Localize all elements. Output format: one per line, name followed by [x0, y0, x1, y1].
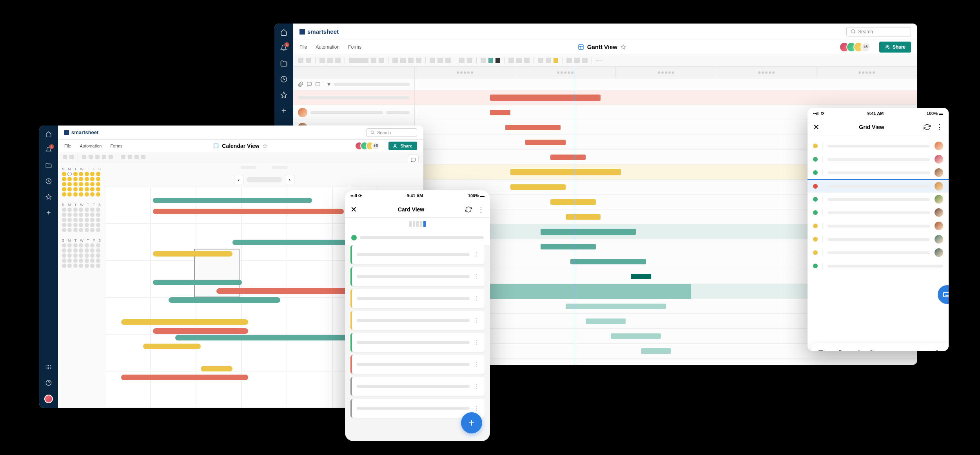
toolbar-item[interactable] [508, 58, 514, 63]
recents-icon[interactable] [280, 75, 288, 83]
calendar-event[interactable] [153, 280, 242, 285]
toolbar-item[interactable] [574, 58, 580, 63]
card-more-icon[interactable]: ⋮ [474, 273, 480, 280]
mini-cal-next[interactable]: SMTWTFS [62, 202, 101, 232]
card-item[interactable]: ⋮ [350, 289, 485, 308]
toolbar-item[interactable] [319, 58, 325, 63]
share-button[interactable]: Share [388, 142, 417, 150]
attachment-icon[interactable] [298, 82, 303, 87]
refresh-icon[interactable] [465, 206, 472, 213]
collaborator-avatars[interactable]: +6 [358, 142, 380, 150]
card-more-icon[interactable]: ⋮ [474, 383, 480, 390]
card-item[interactable]: ⋮ [350, 377, 485, 396]
gantt-bar[interactable] [631, 274, 651, 279]
mini-cal-current[interactable]: SMTWTFS [62, 166, 101, 197]
highlight-swatch[interactable] [554, 58, 558, 63]
toolbar-item[interactable] [582, 58, 588, 63]
folder-icon[interactable] [45, 162, 53, 169]
calendar-event[interactable] [153, 209, 344, 214]
grid-row[interactable] [808, 219, 949, 233]
comments-count[interactable]: 0 [818, 350, 828, 351]
favorites-icon[interactable] [280, 91, 288, 99]
assignee-avatar[interactable] [935, 222, 943, 230]
more-icon[interactable]: ⋯ [596, 56, 602, 64]
card-more-icon[interactable]: ⋮ [474, 295, 480, 302]
toolbar-item[interactable] [102, 155, 106, 159]
toolbar-item[interactable] [538, 58, 543, 63]
card-item[interactable]: ⋮ [350, 267, 485, 286]
gantt-bar[interactable] [570, 259, 646, 264]
attachments-count[interactable]: 0 [836, 350, 847, 351]
close-icon[interactable]: ✕ [350, 205, 357, 214]
calendar-event[interactable] [121, 375, 249, 380]
grid-row[interactable] [808, 259, 949, 273]
row-icon[interactable] [315, 82, 321, 87]
assignee-avatar[interactable] [935, 248, 943, 257]
toolbar-item[interactable] [141, 155, 145, 159]
toolbar-item[interactable] [524, 58, 530, 63]
menu-file[interactable]: File [64, 144, 71, 148]
toolbar-item[interactable] [109, 155, 113, 159]
grid-row[interactable] [808, 179, 949, 193]
collaborator-avatars[interactable]: +6 [842, 42, 871, 52]
toolbar-item[interactable] [408, 58, 414, 63]
avatar-overflow[interactable]: +6 [371, 142, 380, 150]
card-item[interactable]: ⋮ [350, 311, 485, 330]
toolbar-item[interactable] [349, 58, 368, 63]
gantt-bar[interactable] [541, 229, 636, 235]
gantt-bar[interactable] [550, 155, 586, 160]
toolbar-item[interactable] [128, 155, 132, 159]
apps-icon[interactable] [45, 363, 53, 371]
calendar-event[interactable] [121, 319, 249, 325]
grid-row-list[interactable] [808, 135, 949, 277]
edit-icon[interactable] [854, 350, 860, 351]
gantt-bar[interactable] [510, 169, 621, 175]
keyboard-fab[interactable] [938, 285, 949, 304]
barcode-icon[interactable] [948, 350, 949, 351]
toolbar-item[interactable] [481, 58, 486, 63]
toolbar-item[interactable] [69, 155, 74, 159]
card-more-icon[interactable]: ⋮ [474, 317, 480, 324]
card-item[interactable]: ⋮ [350, 245, 485, 264]
star-icon[interactable] [621, 44, 626, 50]
calendar-event[interactable] [143, 344, 200, 349]
gantt-bar[interactable] [550, 199, 595, 205]
menu-automation[interactable]: Automation [80, 144, 102, 148]
assignee-avatar[interactable] [935, 155, 943, 164]
gantt-bar[interactable] [586, 318, 626, 324]
grid-row[interactable] [808, 153, 949, 166]
menu-forms[interactable]: Forms [348, 44, 361, 50]
next-month-button[interactable]: › [285, 175, 294, 184]
card-list[interactable]: ⋮⋮⋮⋮⋮⋮⋮⋮ [345, 245, 490, 418]
gantt-bar[interactable] [641, 348, 671, 354]
menu-forms[interactable]: Forms [110, 144, 122, 148]
grid-row[interactable] [808, 246, 949, 259]
toolbar-item[interactable] [379, 58, 384, 63]
camera-icon[interactable] [934, 350, 940, 351]
more-icon[interactable]: ⋮ [936, 123, 943, 131]
calendar-event[interactable] [153, 251, 232, 257]
toolbar-item[interactable] [437, 58, 443, 63]
fill-color-swatch[interactable] [495, 58, 500, 63]
home-icon[interactable] [45, 130, 53, 138]
toolbar-item[interactable] [430, 58, 435, 63]
toolbar-item[interactable] [82, 155, 86, 159]
toolbar-item[interactable] [416, 58, 421, 63]
toolbar-item[interactable] [445, 58, 451, 63]
star-icon[interactable] [263, 144, 267, 148]
more-icon[interactable]: ⋮ [477, 205, 485, 214]
add-icon[interactable] [45, 209, 53, 217]
toolbar-item[interactable] [516, 58, 522, 63]
grid-row[interactable] [808, 206, 949, 219]
gantt-row[interactable] [293, 90, 917, 105]
toolbar-item[interactable] [95, 155, 100, 159]
add-icon[interactable] [280, 107, 288, 115]
assignee-avatar[interactable] [935, 168, 943, 177]
home-icon[interactable] [280, 28, 288, 36]
toolbar-item[interactable] [306, 58, 311, 63]
add-card-fab[interactable]: + [461, 412, 482, 433]
gantt-bar[interactable] [566, 214, 601, 220]
gantt-bar[interactable] [541, 244, 596, 249]
toolbar-item[interactable] [335, 58, 341, 63]
comment-icon[interactable] [307, 82, 312, 87]
